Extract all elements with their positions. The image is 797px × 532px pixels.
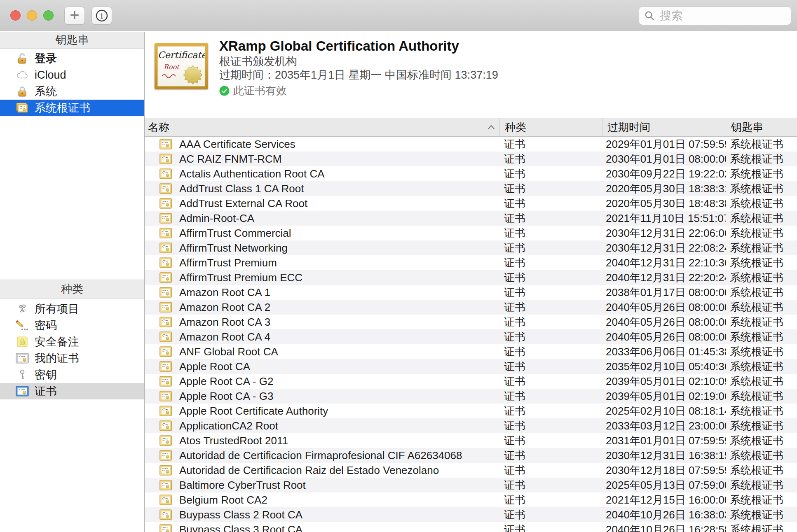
kind-cell: 证书 bbox=[499, 182, 602, 196]
keychain-cell: 系统根证书 bbox=[726, 463, 797, 478]
sidebar-item-label: 登录 bbox=[35, 51, 57, 66]
keychain-cell: 系统根证书 bbox=[726, 152, 797, 166]
plus-icon: + bbox=[70, 7, 79, 23]
sidebar-item-icloud-keychain[interactable]: iCloud bbox=[0, 67, 144, 83]
table-row[interactable]: Belgium Root CA2 证书 2021年12月15日 16:00:00… bbox=[145, 492, 797, 507]
certificate-name: Autoridad de Certificacion Firmaprofesio… bbox=[179, 449, 462, 462]
table-row[interactable]: ApplicationCA2 Root 证书 2033年03月12日 23:00… bbox=[145, 418, 797, 433]
table-row[interactable]: Amazon Root CA 3 证书 2040年05月26日 08:00:00… bbox=[145, 315, 797, 329]
table-row[interactable]: Autoridad de Certificacion Raiz del Esta… bbox=[145, 463, 797, 478]
keychain-cell: 系统根证书 bbox=[726, 211, 797, 226]
column-header-kind[interactable]: 种类 bbox=[499, 118, 602, 136]
table-row[interactable]: Apple Root CA - G3 证书 2039年05月01日 02:19:… bbox=[145, 389, 797, 404]
valid-check-icon bbox=[219, 86, 230, 96]
search-field[interactable] bbox=[639, 6, 791, 25]
info-circle-icon: i bbox=[95, 9, 109, 23]
column-header-expires-label: 过期时间 bbox=[607, 120, 650, 135]
blue-certificate-icon bbox=[16, 385, 29, 398]
certificate-name: ApplicationCA2 Root bbox=[179, 420, 278, 432]
table-row[interactable]: Buypass Class 3 Root CA 证书 2040年10月26日 1… bbox=[145, 522, 797, 532]
keychain-cell: 系统根证书 bbox=[726, 226, 797, 240]
table-header: 名称 种类 过期时间 钥匙串 bbox=[145, 118, 797, 137]
certificate-icon bbox=[159, 361, 172, 372]
keychain-cell: 系统根证书 bbox=[726, 359, 797, 374]
close-window-button[interactable] bbox=[10, 10, 21, 21]
table-row[interactable]: AddTrust External CA Root 证书 2020年05月30日… bbox=[145, 196, 797, 211]
column-header-keychain[interactable]: 钥匙串 bbox=[726, 118, 797, 136]
keychain-cell: 系统根证书 bbox=[726, 315, 797, 329]
table-row[interactable]: ANF Global Root CA 证书 2033年06月06日 01:45:… bbox=[145, 344, 797, 359]
certificate-name: AffirmTrust Premium ECC bbox=[179, 271, 302, 284]
certificate-title: XRamp Global Certification Authority bbox=[219, 37, 498, 55]
expires-cell: 2029年01月01日 07:59:59 bbox=[602, 137, 726, 152]
locked-padlock-icon bbox=[16, 85, 29, 98]
table-row[interactable]: Amazon Root CA 2 证书 2040年05月26日 08:00:00… bbox=[145, 300, 797, 315]
certificate-name: Apple Root CA - G2 bbox=[179, 375, 273, 388]
certificate-name: Baltimore CyberTrust Root bbox=[179, 479, 306, 492]
column-header-expires[interactable]: 过期时间 bbox=[602, 118, 726, 136]
secure-note-icon bbox=[16, 335, 29, 348]
sidebar-item-system-roots-keychain[interactable]: 系统根证书 bbox=[0, 100, 144, 116]
my-certificate-icon bbox=[16, 352, 29, 365]
table-row[interactable]: Apple Root Certificate Authority 证书 2025… bbox=[145, 404, 797, 418]
expires-cell: 2020年05月30日 18:38:31 bbox=[602, 182, 726, 196]
keys-icon bbox=[16, 302, 29, 315]
certificate-name-cell: ApplicationCA2 Root bbox=[145, 420, 499, 432]
search-input[interactable] bbox=[659, 9, 786, 23]
certificate-expiry-line: 过期时间：2035年1月1日 星期一 中国标准时间 13:37:19 bbox=[219, 68, 498, 82]
table-row[interactable]: AC RAIZ FNMT-RCM 证书 2030年01月01日 08:00:00… bbox=[145, 152, 797, 166]
sidebar-item-login-keychain[interactable]: 登录 bbox=[0, 50, 144, 67]
sidebar-item-keys[interactable]: 密钥 bbox=[0, 366, 144, 383]
add-item-button[interactable]: + bbox=[64, 7, 85, 25]
certificate-name: Apple Root CA - G3 bbox=[179, 390, 273, 403]
kind-cell: 证书 bbox=[499, 137, 602, 152]
expires-cell: 2040年05月26日 08:00:00 bbox=[602, 330, 726, 344]
table-row[interactable]: AAA Certificate Services 证书 2029年01月01日 … bbox=[145, 137, 797, 152]
table-row[interactable]: Amazon Root CA 1 证书 2038年01月17日 08:00:00… bbox=[145, 285, 797, 300]
certificate-name: Autoridad de Certificacion Raiz del Esta… bbox=[179, 464, 439, 477]
table-row[interactable]: Apple Root CA 证书 2035年02月10日 05:40:36 系统… bbox=[145, 359, 797, 374]
keychain-cell: 系统根证书 bbox=[726, 196, 797, 211]
sidebar-item-certificates[interactable]: 证书 bbox=[0, 383, 144, 399]
main-content: Certificate Root XRamp Global Certificat… bbox=[145, 32, 797, 532]
get-info-button[interactable]: i bbox=[91, 7, 112, 25]
table-row[interactable]: Apple Root CA - G2 证书 2039年05月01日 02:10:… bbox=[145, 374, 797, 389]
certificate-name-cell: Atos TrustedRoot 2011 bbox=[145, 434, 499, 447]
kind-cell: 证书 bbox=[499, 404, 602, 418]
table-row[interactable]: AddTrust Class 1 CA Root 证书 2020年05月30日 … bbox=[145, 181, 797, 196]
sidebar-item-passwords[interactable]: 密码 bbox=[0, 317, 144, 334]
kind-cell: 证书 bbox=[499, 508, 602, 522]
key-icon bbox=[16, 368, 29, 381]
table-row[interactable]: Baltimore CyberTrust Root 证书 2025年05月13日… bbox=[145, 478, 797, 492]
sidebar-item-label: 密码 bbox=[35, 318, 57, 333]
table-row[interactable]: Admin-Root-CA 证书 2021年11月10日 15:51:07 系统… bbox=[145, 211, 797, 226]
certificate-name-cell: AAA Certificate Services bbox=[145, 138, 499, 151]
sidebar-item-my-certificates[interactable]: 我的证书 bbox=[0, 350, 144, 366]
certificate-icon bbox=[159, 198, 172, 209]
column-header-kind-label: 种类 bbox=[505, 120, 526, 135]
table-row[interactable]: Autoridad de Certificacion Firmaprofesio… bbox=[145, 448, 797, 463]
table-row[interactable]: Buypass Class 2 Root CA 证书 2040年10月26日 1… bbox=[145, 507, 797, 522]
table-row[interactable]: AffirmTrust Premium ECC 证书 2040年12月31日 2… bbox=[145, 270, 797, 285]
gold-seal-icon bbox=[183, 65, 202, 84]
expires-cell: 2033年03月12日 23:00:00 bbox=[602, 419, 726, 433]
table-row[interactable]: Amazon Root CA 4 证书 2040年05月26日 08:00:00… bbox=[145, 329, 797, 344]
certificate-name-cell: Autoridad de Certificacion Firmaprofesio… bbox=[145, 449, 499, 462]
certificate-icon bbox=[159, 495, 172, 505]
certificate-icon bbox=[159, 406, 172, 416]
sidebar-item-secure-notes[interactable]: 安全备注 bbox=[0, 334, 144, 350]
sidebar-item-all-items[interactable]: 所有项目 bbox=[0, 301, 144, 317]
table-row[interactable]: Actalis Authentication Root CA 证书 2030年0… bbox=[145, 166, 797, 181]
expires-cell: 2025年02月10日 08:18:14 bbox=[602, 404, 726, 418]
column-header-name[interactable]: 名称 bbox=[145, 118, 499, 136]
certificate-icon bbox=[159, 272, 172, 283]
table-row[interactable]: Atos TrustedRoot 2011 证书 2031年01月01日 07:… bbox=[145, 433, 797, 448]
keychain-cell: 系统根证书 bbox=[726, 300, 797, 315]
zoom-window-button[interactable] bbox=[43, 10, 54, 21]
table-row[interactable]: AffirmTrust Premium 证书 2040年12月31日 22:10… bbox=[145, 255, 797, 270]
table-row[interactable]: AffirmTrust Commercial 证书 2030年12月31日 22… bbox=[145, 226, 797, 240]
kind-cell: 证书 bbox=[499, 345, 602, 359]
minimize-window-button[interactable] bbox=[27, 10, 37, 21]
table-row[interactable]: AffirmTrust Networking 证书 2030年12月31日 22… bbox=[145, 240, 797, 255]
sidebar-item-system-keychain[interactable]: 系统 bbox=[0, 83, 144, 100]
